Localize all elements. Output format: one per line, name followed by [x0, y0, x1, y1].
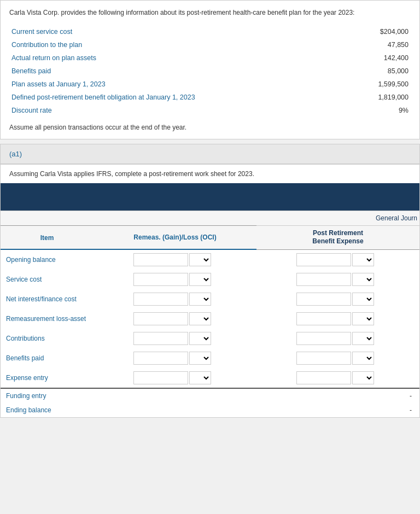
ws-empty-cell — [94, 388, 251, 403]
ws-input-cell-remeas: Dr Cr — [94, 249, 251, 270]
ws-table: General Journ Item Remeas. (Gain)/Loss (… — [1, 211, 419, 418]
ws-row-label: Ending balance — [1, 403, 94, 417]
postret-select[interactable]: Dr Cr — [352, 332, 374, 345]
remeas-select[interactable]: Dr Cr — [189, 352, 211, 365]
remeas-select[interactable]: Dr Cr — [189, 273, 211, 286]
postret-select[interactable]: Dr Cr — [352, 312, 374, 325]
section-a1-header: (a1) — [0, 144, 420, 164]
remeas-input[interactable] — [133, 253, 188, 266]
ws-spacer — [251, 368, 256, 388]
ws-row-label: Expense entry — [1, 368, 94, 388]
data-row: Benefits paid 85,000 — [9, 65, 411, 78]
postret-input[interactable] — [296, 332, 351, 345]
empty-header — [1, 211, 94, 225]
data-value: 85,000 — [250, 65, 411, 78]
postret-select[interactable]: Dr Cr — [352, 293, 374, 306]
data-row: Actual return on plan assets 142,400 — [9, 51, 411, 65]
data-row: Plan assets at January 1, 2023 1,599,500 — [9, 78, 411, 91]
data-value: 1,599,500 — [250, 78, 411, 91]
remeas-input[interactable] — [133, 332, 188, 345]
ws-empty-cell — [414, 403, 419, 417]
postret-select[interactable]: Dr Cr — [352, 273, 374, 286]
ws-input-cell-remeas: Dr Cr — [94, 348, 251, 368]
ws-empty-end — [414, 249, 419, 270]
ws-spacer — [251, 289, 256, 309]
ws-spacer — [251, 249, 256, 270]
data-row: Defined post-retirement benefit obligati… — [9, 91, 411, 104]
data-value: 142,400 — [250, 51, 411, 65]
ws-empty-end — [414, 289, 419, 309]
ws-dark-header — [1, 183, 419, 211]
postret-select[interactable]: Dr Cr — [352, 371, 374, 384]
ws-empty-cell — [251, 403, 256, 417]
data-value: 1,819,000 — [250, 91, 411, 104]
ws-empty-cell — [251, 388, 256, 403]
ws-row-label: Net interest/finance cost — [1, 289, 94, 309]
remeas-col-header: Remeas. (Gain)/Loss (OCI) — [94, 225, 256, 249]
postret-input[interactable] — [296, 273, 351, 286]
postret-select[interactable]: Dr Cr — [352, 253, 374, 266]
ws-input-cell-remeas: Dr Cr — [94, 270, 251, 289]
intro-text: Carla Vista Corp. provides the following… — [9, 8, 411, 17]
ws-row-label: Benefits paid — [1, 348, 94, 368]
post-ret-col-header: Post RetirementBenefit Expense — [256, 225, 419, 249]
data-label: Defined post-retirement benefit obligati… — [9, 91, 250, 104]
col-header-row: Item Remeas. (Gain)/Loss (OCI) Post Reti… — [1, 225, 419, 249]
ws-empty-cell — [94, 403, 251, 417]
ws-row-label: Remeasurement loss-asset — [1, 309, 94, 329]
data-label: Contribution to the plan — [9, 38, 250, 51]
remeas-input[interactable] — [133, 293, 188, 306]
data-value: 47,850 — [250, 38, 411, 51]
ws-dash-cell: - — [256, 403, 414, 417]
data-label: Current service cost — [9, 25, 250, 38]
remeas-input[interactable] — [133, 371, 188, 384]
ws-row: Net interest/finance cost Dr Cr — [1, 289, 419, 309]
ws-input-cell-remeas: Dr Cr — [94, 329, 251, 348]
remeas-input[interactable] — [133, 352, 188, 365]
section-label: (a1) — [9, 150, 22, 158]
ws-input-cell-postret: Dr Cr — [256, 368, 414, 388]
ws-row: Opening balance Dr Cr Dr — [1, 249, 419, 270]
empty-col — [94, 211, 256, 225]
ws-row: Remeasurement loss-asset Dr Cr — [1, 309, 419, 329]
remeas-select[interactable]: Dr Cr — [189, 371, 211, 384]
data-row: Discount rate 9% — [9, 104, 411, 117]
ws-input-cell-remeas: Dr Cr — [94, 368, 251, 388]
postret-input[interactable] — [296, 293, 351, 306]
remeas-select[interactable]: Dr Cr — [189, 293, 211, 306]
remeas-select[interactable]: Dr Cr — [189, 253, 211, 266]
data-value: $204,000 — [250, 25, 411, 38]
data-label: Plan assets at January 1, 2023 — [9, 78, 250, 91]
postret-input[interactable] — [296, 371, 351, 384]
remeas-select[interactable]: Dr Cr — [189, 312, 211, 325]
data-value: 9% — [250, 104, 411, 117]
data-row: Current service cost $204,000 — [9, 25, 411, 38]
ws-empty-end — [414, 348, 419, 368]
ws-input-cell-postret: Dr Cr — [256, 270, 414, 289]
ws-spacer — [251, 270, 256, 289]
ws-input-cell-remeas: Dr Cr — [94, 289, 251, 309]
data-table: Current service cost $204,000 Contributi… — [9, 25, 411, 117]
worksheet-table-container: General Journ Item Remeas. (Gain)/Loss (… — [1, 183, 419, 418]
postret-input[interactable] — [296, 312, 351, 325]
ws-input-cell-postret: Dr Cr — [256, 289, 414, 309]
remeas-input[interactable] — [133, 273, 188, 286]
ws-intro-text: Assuming Carla Vista applies IFRS, compl… — [1, 165, 419, 183]
general-journ-row: General Journ — [1, 211, 419, 225]
ws-row-label: Service cost — [1, 270, 94, 289]
postret-select[interactable]: Dr Cr — [352, 352, 374, 365]
ws-empty-end — [414, 270, 419, 289]
ws-row: Benefits paid Dr Cr Dr — [1, 348, 419, 368]
ws-row: Funding entry - — [1, 388, 419, 403]
ws-spacer — [251, 329, 256, 348]
remeas-input[interactable] — [133, 312, 188, 325]
ws-body: Opening balance Dr Cr Dr — [1, 249, 419, 417]
data-label: Discount rate — [9, 104, 250, 117]
ws-row: Contributions Dr Cr Dr — [1, 329, 419, 348]
general-journ-label: General Journ — [256, 211, 419, 225]
remeas-select[interactable]: Dr Cr — [189, 332, 211, 345]
ws-dash-cell: - — [256, 388, 414, 403]
postret-input[interactable] — [296, 352, 351, 365]
postret-input[interactable] — [296, 253, 351, 266]
ws-row-label: Contributions — [1, 329, 94, 348]
